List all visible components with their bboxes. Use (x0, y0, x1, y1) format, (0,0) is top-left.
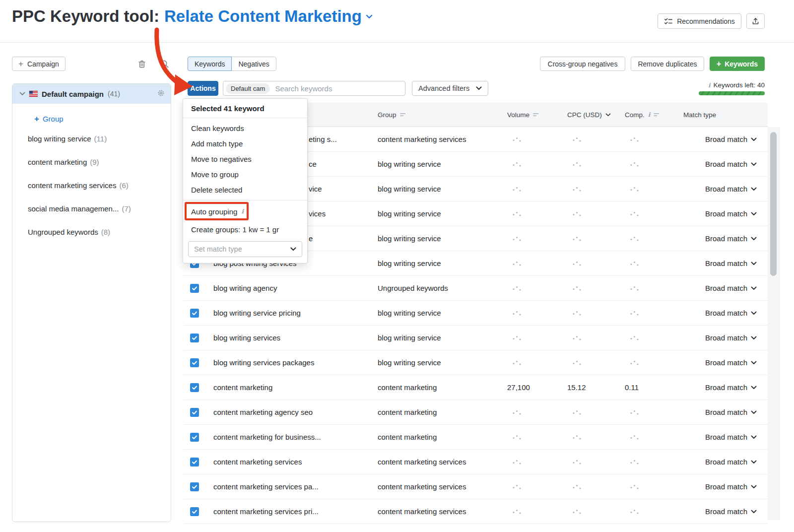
campaign-title-dropdown[interactable]: Relate Content Marketing (164, 7, 373, 26)
keyword-cell: blog writing services (208, 333, 370, 342)
match-type-dropdown[interactable]: Broad match (676, 135, 768, 143)
match-type-label: Broad match (705, 383, 747, 392)
match-type-dropdown[interactable]: Broad match (676, 259, 768, 267)
us-flag-icon (29, 91, 38, 97)
cross-group-negatives-button[interactable]: Cross-group negatives (540, 57, 625, 71)
menu-item[interactable]: Move to negatives (183, 151, 307, 167)
match-type-dropdown[interactable]: Broad match (676, 234, 768, 243)
recommendations-button[interactable]: Recommendations (658, 13, 741, 29)
trash-icon[interactable] (137, 59, 147, 69)
match-type-dropdown[interactable]: Broad match (676, 309, 768, 317)
row-checkbox[interactable] (190, 408, 199, 417)
match-type-dropdown[interactable]: Broad match (676, 482, 768, 491)
row-checkbox[interactable] (190, 383, 199, 392)
menu-item[interactable]: Add match type (183, 136, 307, 151)
set-match-type-select[interactable]: Set match type (188, 241, 302, 257)
gear-icon[interactable] (157, 89, 165, 99)
sidebar-group-item[interactable]: social media managemen...(7) (12, 197, 171, 220)
no-data-dots (572, 409, 582, 415)
no-data-dots (572, 509, 582, 515)
match-type-dropdown[interactable]: Broad match (676, 333, 768, 342)
actions-button[interactable]: Actions (188, 81, 218, 96)
table-scrollbar-thumb[interactable] (770, 132, 777, 276)
add-campaign-button[interactable]: + Campaign (12, 57, 66, 71)
campaign-filter-chip[interactable]: Default cam (226, 83, 270, 94)
group-name: Ungrouped keywords (28, 228, 98, 236)
export-button[interactable] (746, 13, 765, 29)
match-type-dropdown[interactable]: Broad match (676, 185, 768, 193)
match-type-label: Broad match (705, 259, 747, 267)
sidebar-group-item[interactable]: content marketing(9) (12, 150, 171, 174)
tab-negatives[interactable]: Negatives (231, 57, 276, 71)
table-scrollbar-track[interactable] (768, 127, 780, 520)
table-row: content marketing servicescontent market… (184, 450, 768, 474)
page-title-prefix: PPC Keyword tool: (12, 7, 159, 26)
row-checkbox-cell (184, 433, 208, 442)
tab-keywords[interactable]: Keywords (188, 57, 232, 71)
header-volume[interactable]: Volume (501, 111, 560, 119)
no-data-dots (512, 186, 522, 192)
advanced-filters-dropdown[interactable]: Advanced filters (412, 81, 488, 96)
add-group-button[interactable]: + Group (34, 115, 64, 123)
menu-item[interactable]: Delete selected (183, 182, 307, 198)
menu-item-auto-grouping[interactable]: Auto grouping i (183, 200, 307, 222)
row-checkbox[interactable] (190, 482, 199, 491)
match-type-dropdown[interactable]: Broad match (676, 284, 768, 292)
header-cpc[interactable]: CPC (USD) (560, 111, 617, 119)
remove-duplicates-button[interactable]: Remove duplicates (631, 57, 704, 71)
group-cell: blog writing service (370, 160, 501, 168)
row-checkbox[interactable] (190, 309, 199, 318)
no-data-dots (572, 434, 582, 440)
row-checkbox[interactable] (190, 458, 199, 466)
row-checkbox[interactable] (190, 433, 199, 442)
comp-cell-value: 0.11 (625, 383, 639, 392)
chevron-down-icon (751, 162, 757, 166)
cpc-cell (560, 285, 617, 291)
keyword-text: content marketing (213, 383, 272, 392)
match-type-dropdown[interactable]: Broad match (676, 408, 768, 416)
volume-cell (501, 360, 560, 366)
group-text: blog writing service (378, 234, 441, 243)
group-cell: content marketing (370, 408, 501, 416)
search-keywords-input[interactable] (274, 84, 401, 93)
row-checkbox[interactable] (190, 333, 199, 342)
volume-cell (501, 161, 560, 167)
sidebar-group-item[interactable]: content marketing services(6) (12, 174, 171, 197)
match-type-dropdown[interactable]: Broad match (676, 383, 768, 392)
sidebar-group-item[interactable]: Ungrouped keywords(8) (12, 220, 171, 244)
header-group[interactable]: Group (370, 111, 501, 119)
match-type-dropdown[interactable]: Broad match (676, 358, 768, 367)
comp-cell (617, 186, 676, 192)
keyword-cell: blog writing agency (208, 284, 370, 292)
group-text: blog writing service (378, 309, 441, 317)
sidebar-campaign-row[interactable]: Default campaign (41) (12, 84, 171, 104)
menu-item[interactable]: Clean keywords (183, 121, 307, 136)
row-checkbox-cell (184, 482, 208, 491)
row-checkbox[interactable] (190, 358, 199, 367)
match-type-dropdown[interactable]: Broad match (676, 160, 768, 168)
campaign-count: (41) (108, 90, 120, 98)
header-comp[interactable]: Comp. i (617, 111, 676, 119)
match-type-dropdown[interactable]: Broad match (676, 507, 768, 516)
menu-item-create-groups[interactable]: Create groups: 1 kw = 1 gr (183, 222, 307, 237)
match-type-dropdown[interactable]: Broad match (676, 433, 768, 441)
match-type-dropdown[interactable]: Broad match (676, 209, 768, 218)
group-cell: blog writing service (370, 234, 501, 243)
group-text: content marketing (378, 433, 437, 441)
add-keywords-button[interactable]: + Keywords (710, 57, 765, 71)
comp-cell (617, 484, 676, 490)
search-icon[interactable] (160, 59, 170, 69)
comp-cell (617, 211, 676, 217)
chevron-down-icon (751, 460, 757, 464)
no-data-dots (512, 261, 522, 266)
match-type-label: Broad match (705, 185, 747, 193)
sidebar-group-item[interactable]: blog writing service(11) (12, 127, 171, 150)
row-checkbox[interactable] (190, 507, 199, 516)
export-icon (751, 17, 760, 25)
menu-item[interactable]: Move to group (183, 167, 307, 182)
match-type-dropdown[interactable]: Broad match (676, 458, 768, 466)
row-checkbox[interactable] (190, 284, 199, 293)
volume-cell (501, 285, 560, 291)
group-cell: blog writing service (370, 259, 501, 267)
chevron-down-icon (751, 435, 757, 439)
